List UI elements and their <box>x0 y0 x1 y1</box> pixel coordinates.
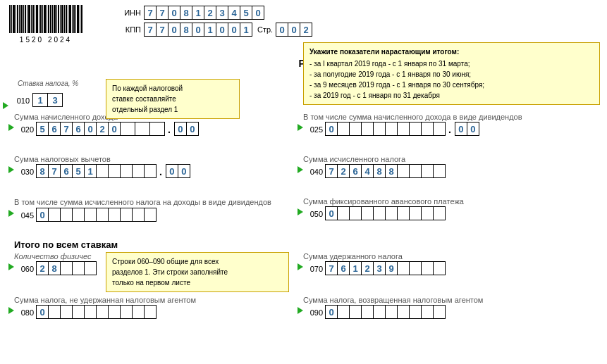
row-050-b5[interactable] <box>385 206 398 220</box>
row-045-b8[interactable] <box>132 208 145 222</box>
row-020-b7[interactable] <box>120 122 135 136</box>
row-070-b7[interactable] <box>409 261 422 275</box>
kpp-box-8[interactable]: 1 <box>240 23 252 37</box>
row-070-b3[interactable]: 2 <box>361 261 374 275</box>
row-070-b2[interactable]: 1 <box>349 261 362 275</box>
kpp-box-4[interactable]: 0 <box>192 23 204 37</box>
row-070-b6[interactable] <box>397 261 410 275</box>
row-080-b2[interactable] <box>60 305 73 319</box>
inn-box-3[interactable]: 8 <box>180 6 192 20</box>
row-030-b1[interactable]: 7 <box>48 164 61 178</box>
row-040-b8[interactable] <box>421 164 434 178</box>
inn-box-4[interactable]: 1 <box>192 6 204 20</box>
row-070-b8[interactable] <box>421 261 434 275</box>
row-025-b1[interactable] <box>337 122 350 136</box>
row-080-b7[interactable] <box>120 305 133 319</box>
row-020-b3[interactable]: 6 <box>72 122 85 136</box>
inn-box-8[interactable]: 5 <box>240 6 252 20</box>
row-040-b1[interactable]: 2 <box>337 164 350 178</box>
row-025-d1[interactable]: 0 <box>467 122 479 136</box>
stg-box-1[interactable]: 0 <box>288 23 300 37</box>
row-045-b9[interactable] <box>144 208 157 222</box>
row-045-b2[interactable] <box>60 208 73 222</box>
row-090-b9[interactable] <box>433 305 446 319</box>
row-080-b8[interactable] <box>132 305 145 319</box>
row-050-b1[interactable] <box>337 206 350 220</box>
row-040-b0[interactable]: 7 <box>325 164 338 178</box>
row-040-b9[interactable] <box>433 164 446 178</box>
row-060-b4[interactable] <box>84 261 97 275</box>
row-045-b7[interactable] <box>120 208 133 222</box>
row-045-b4[interactable] <box>84 208 97 222</box>
row-040-b2[interactable]: 6 <box>349 164 362 178</box>
row-030-b2[interactable]: 6 <box>60 164 73 178</box>
row-025-b6[interactable] <box>397 122 410 136</box>
row-045-b6[interactable] <box>108 208 121 222</box>
row-025-b2[interactable] <box>349 122 362 136</box>
row-020-b8[interactable] <box>135 122 150 136</box>
row-030-b9[interactable] <box>144 164 157 178</box>
row-025-b8[interactable] <box>421 122 434 136</box>
row-080-b0[interactable]: 0 <box>36 305 49 319</box>
row-090-b7[interactable] <box>409 305 422 319</box>
row-090-b0[interactable]: 0 <box>325 305 338 319</box>
row-040-b5[interactable]: 8 <box>385 164 398 178</box>
row-070-b0[interactable]: 7 <box>325 261 338 275</box>
row-025-b3[interactable] <box>361 122 374 136</box>
row-050-b6[interactable] <box>397 206 410 220</box>
kpp-box-2[interactable]: 0 <box>168 23 180 37</box>
row-050-b7[interactable] <box>409 206 422 220</box>
row-060-b3[interactable] <box>72 261 85 275</box>
row-020-b2[interactable]: 7 <box>60 122 73 136</box>
kpp-box-0[interactable]: 7 <box>144 23 157 37</box>
row-050-b0[interactable]: 0 <box>325 206 338 220</box>
row-030-b4[interactable]: 1 <box>84 164 97 178</box>
row-025-b5[interactable] <box>385 122 398 136</box>
row-050-b9[interactable] <box>433 206 446 220</box>
row-040-b4[interactable]: 8 <box>373 164 386 178</box>
row-090-b1[interactable] <box>337 305 350 319</box>
row-030-b6[interactable] <box>108 164 121 178</box>
row-080-b5[interactable] <box>96 305 109 319</box>
row-025-b9[interactable] <box>433 122 446 136</box>
row-080-b6[interactable] <box>108 305 121 319</box>
row-080-b3[interactable] <box>72 305 85 319</box>
row-070-b4[interactable]: 3 <box>373 261 386 275</box>
stg-box-0[interactable]: 0 <box>276 23 288 37</box>
row-060-b1[interactable]: 8 <box>48 261 61 275</box>
inn-box-5[interactable]: 2 <box>204 6 216 20</box>
kpp-box-7[interactable]: 0 <box>228 23 240 37</box>
row-030-b0[interactable]: 8 <box>36 164 49 178</box>
inn-box-7[interactable]: 4 <box>228 6 240 20</box>
row-070-b9[interactable] <box>433 261 446 275</box>
row-020-b9[interactable] <box>149 122 165 136</box>
row-090-b2[interactable] <box>349 305 362 319</box>
stg-box-2[interactable]: 2 <box>300 23 312 37</box>
row-020-b1[interactable]: 6 <box>48 122 61 136</box>
row-040-b3[interactable]: 4 <box>361 164 374 178</box>
row-040-b6[interactable] <box>397 164 410 178</box>
row-030-b8[interactable] <box>132 164 145 178</box>
row-030-d0[interactable]: 0 <box>166 164 178 178</box>
row-030-b5[interactable] <box>96 164 109 178</box>
row-040-b7[interactable] <box>409 164 422 178</box>
row-050-b2[interactable] <box>349 206 362 220</box>
inn-box-6[interactable]: 3 <box>216 6 228 20</box>
row-020-b5[interactable]: 2 <box>96 122 109 136</box>
row-025-b7[interactable] <box>409 122 422 136</box>
row-080-b4[interactable] <box>84 305 97 319</box>
kpp-box-1[interactable]: 7 <box>156 23 168 37</box>
inn-box-2[interactable]: 0 <box>168 6 180 20</box>
row-020-d0[interactable]: 0 <box>174 122 187 136</box>
row-020-b4[interactable]: 0 <box>84 122 97 136</box>
inn-box-0[interactable]: 7 <box>144 6 157 20</box>
row-030-b7[interactable] <box>120 164 133 178</box>
row-090-b6[interactable] <box>397 305 410 319</box>
row-070-b5[interactable]: 9 <box>385 261 398 275</box>
row-025-d0[interactable]: 0 <box>455 122 467 136</box>
row-020-d1[interactable]: 0 <box>186 122 199 136</box>
kpp-box-5[interactable]: 1 <box>204 23 216 37</box>
kpp-box-3[interactable]: 8 <box>180 23 192 37</box>
row-050-b4[interactable] <box>373 206 386 220</box>
inn-box-9[interactable]: 0 <box>252 6 264 20</box>
